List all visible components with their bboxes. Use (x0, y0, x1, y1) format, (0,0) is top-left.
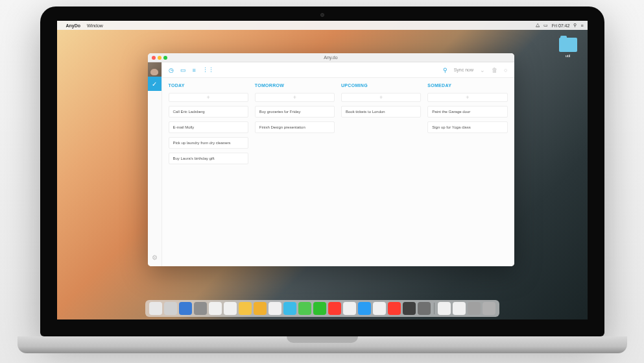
trash-icon[interactable]: 🗑 (492, 67, 497, 73)
add-task-button[interactable]: + (255, 93, 335, 102)
column-header: TODAY (169, 83, 248, 88)
dock-app-icon[interactable] (239, 302, 252, 315)
folder-icon (559, 38, 577, 52)
search-icon[interactable]: ⚲ (443, 67, 447, 73)
task-card[interactable]: Call Eric Ladsberg (169, 106, 248, 118)
task-columns: TODAY + Call Eric Ladsberg E-mail Molly … (162, 78, 514, 266)
dock-app-icon[interactable] (224, 302, 237, 315)
dock-app-icon[interactable] (194, 302, 207, 315)
wifi-icon[interactable]: ⧋ (536, 23, 540, 28)
dock-app-icon[interactable] (403, 302, 416, 315)
column-header: SOMEDAY (427, 83, 507, 88)
window-traffic-lights (152, 56, 167, 60)
gear-icon[interactable]: ⚙ (152, 254, 158, 261)
task-card[interactable]: E-mail Molly (169, 121, 248, 133)
laptop-base (18, 336, 627, 353)
desktop-folder[interactable]: util (559, 38, 577, 58)
task-card[interactable]: Book tickets to London (341, 106, 421, 118)
close-icon[interactable] (152, 56, 156, 60)
spotlight-icon[interactable]: ⚲ (573, 23, 577, 28)
dock-app-icon[interactable] (468, 302, 481, 315)
anydo-window: Any.do ✓ ⚙ ◷ ▭ ≡ ⋮⋮ (148, 53, 514, 266)
laptop-mockup: AnyDo Window ⧋ ▭ Fri 07:42 ⚲ ≡ util (40, 6, 604, 353)
window-title: Any.do (324, 55, 337, 60)
menubar-clock[interactable]: Fri 07:42 (552, 23, 570, 28)
window-titlebar[interactable]: Any.do (148, 53, 514, 62)
sync-now-button[interactable]: Sync now (454, 68, 473, 72)
app-toolbar: ◷ ▭ ≡ ⋮⋮ ⚲ Sync now ⌄ 🗑 ○ (162, 62, 514, 78)
folder-view-icon[interactable]: ▭ (180, 67, 186, 73)
add-task-button[interactable]: + (169, 93, 248, 102)
macos-dock (145, 300, 499, 317)
dock-app-icon[interactable] (254, 302, 267, 315)
menubar-window-menu[interactable]: Window (87, 23, 103, 28)
task-card[interactable]: Finish Design presentation (255, 121, 335, 133)
dock-app-icon[interactable] (268, 302, 281, 315)
desktop-folder-label: util (559, 54, 577, 58)
app-sidebar: ✓ ⚙ (148, 62, 162, 266)
screen-bezel: AnyDo Window ⧋ ▭ Fri 07:42 ⚲ ≡ util (40, 6, 604, 336)
task-card[interactable]: Pick up laundry from dry cleaners (169, 137, 248, 149)
dock-app-icon[interactable] (149, 302, 162, 315)
chevron-down-icon[interactable]: ⌄ (480, 67, 485, 73)
task-card[interactable]: Sign up for Yoga class (427, 121, 507, 133)
list-view-icon[interactable]: ≡ (193, 67, 196, 73)
dock-app-icon[interactable] (283, 302, 296, 315)
dock-separator (434, 303, 435, 314)
app-main: ◷ ▭ ≡ ⋮⋮ ⚲ Sync now ⌄ 🗑 ○ (162, 62, 514, 266)
dock-app-icon[interactable] (328, 302, 341, 315)
task-card[interactable]: Buy Laura's birthday gift (169, 153, 248, 164)
dock-app-icon[interactable] (313, 302, 326, 315)
laptop-notch (287, 336, 358, 343)
battery-icon[interactable]: ▭ (543, 23, 548, 28)
dock-app-icon[interactable] (358, 302, 371, 315)
column-header: UPCOMING (341, 83, 421, 88)
column-someday: SOMEDAY + Paint the Garage door Sign up … (427, 83, 507, 261)
column-header: TOMORROW (255, 83, 335, 88)
desktop-screen: AnyDo Window ⧋ ▭ Fri 07:42 ⚲ ≡ util (57, 21, 588, 319)
task-card[interactable]: Paint the Garage door (427, 106, 507, 118)
menubar-app-name[interactable]: AnyDo (66, 23, 81, 28)
dock-app-icon[interactable] (373, 302, 386, 315)
dock-app-icon[interactable] (388, 302, 401, 315)
dock-app-icon[interactable] (453, 302, 466, 315)
macos-menubar: AnyDo Window ⧋ ▭ Fri 07:42 ⚲ ≡ (57, 21, 588, 30)
camera-icon (320, 13, 324, 17)
dock-app-icon[interactable] (343, 302, 356, 315)
grid-view-icon[interactable]: ⋮⋮ (202, 67, 214, 73)
dock-app-icon[interactable] (164, 302, 177, 315)
add-task-button[interactable]: + (427, 93, 507, 102)
add-task-button[interactable]: + (341, 93, 421, 102)
avatar[interactable] (148, 62, 162, 77)
minimize-icon[interactable] (158, 56, 161, 60)
sidebar-tasks-icon[interactable]: ✓ (148, 77, 162, 91)
maximize-icon[interactable] (163, 56, 167, 60)
dock-app-icon[interactable] (438, 302, 451, 315)
column-upcoming: UPCOMING + Book tickets to London (341, 83, 421, 261)
task-card[interactable]: Buy groceries for Friday (255, 106, 335, 118)
dock-app-icon[interactable] (483, 302, 495, 315)
dock-app-icon[interactable] (298, 302, 311, 315)
column-today: TODAY + Call Eric Ladsberg E-mail Molly … (169, 83, 248, 261)
dock-app-icon[interactable] (179, 302, 192, 315)
notification-center-icon[interactable]: ≡ (580, 23, 583, 28)
column-tomorrow: TOMORROW + Buy groceries for Friday Fini… (255, 83, 335, 261)
options-icon[interactable]: ○ (504, 67, 507, 73)
clock-icon[interactable]: ◷ (169, 67, 174, 73)
dock-app-icon[interactable] (209, 302, 222, 315)
dock-app-icon[interactable] (418, 302, 431, 315)
